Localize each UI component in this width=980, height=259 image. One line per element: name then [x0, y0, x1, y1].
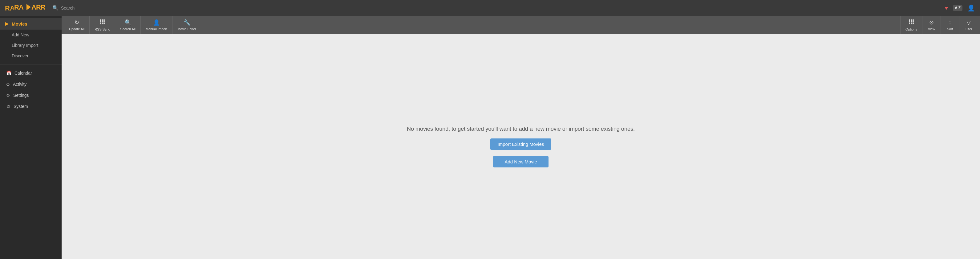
svg-rect-10	[100, 23, 101, 24]
manual-import-label: Manual Import	[146, 27, 167, 31]
svg-rect-14	[911, 19, 912, 21]
sidebar-divider-1	[0, 64, 62, 64]
movie-editor-label: Movie Editor	[177, 27, 196, 31]
options-label: Options	[905, 27, 917, 31]
svg-rect-17	[911, 21, 912, 22]
svg-text:RA: RA	[14, 3, 24, 11]
svg-rect-13	[909, 19, 910, 21]
sidebar-item-system[interactable]: 🖥 System	[0, 101, 62, 112]
sort-button[interactable]: ↕ Sort	[940, 16, 959, 34]
empty-message: No movies found, to get started you'll w…	[407, 126, 635, 132]
content-body: No movies found, to get started you'll w…	[62, 34, 980, 259]
svg-text:RA: RA	[5, 4, 14, 12]
sidebar-item-add-new[interactable]: Add New	[0, 30, 62, 40]
svg-rect-21	[913, 23, 914, 24]
update-all-label: Update All	[69, 27, 84, 31]
sort-label: Sort	[947, 27, 953, 31]
svg-rect-16	[909, 21, 910, 22]
filter-label: Filter	[965, 27, 972, 31]
sidebar-discover-label: Discover	[12, 53, 28, 58]
search-icon: 🔍	[52, 5, 59, 11]
manual-import-button[interactable]: 👤 Manual Import	[141, 16, 172, 34]
svg-rect-12	[103, 23, 105, 24]
sidebar-item-library-import[interactable]: Library Import	[0, 40, 62, 51]
sidebar: ▶ Movies Add New Library Import Discover…	[0, 16, 62, 259]
update-all-icon: ↻	[75, 19, 79, 26]
view-icon: ⊙	[929, 19, 934, 26]
calendar-icon: 📅	[6, 70, 11, 75]
settings-icon: ⚙	[6, 93, 10, 98]
svg-rect-5	[102, 19, 103, 21]
main-layout: ▶ Movies Add New Library Import Discover…	[0, 16, 980, 259]
logo-text: RA ARR	[14, 2, 45, 14]
search-input[interactable]	[61, 6, 110, 11]
movie-editor-button[interactable]: 🔧 Movie Editor	[172, 16, 201, 34]
sidebar-settings-label: Settings	[13, 93, 29, 98]
sidebar-item-settings[interactable]: ⚙ Settings	[0, 90, 62, 101]
sidebar-system-label: System	[14, 104, 28, 109]
logo[interactable]: RA RA ARR	[5, 2, 45, 14]
sidebar-calendar-label: Calendar	[14, 70, 32, 75]
sort-icon: ↕	[948, 19, 951, 26]
search-all-button[interactable]: 🔍 Search All	[115, 16, 141, 34]
content-area: No movies found, to get started you'll w…	[62, 34, 980, 259]
navbar-right: ♥ A Z 👤	[945, 4, 975, 12]
search-bar[interactable]: 🔍	[50, 4, 113, 12]
update-all-button[interactable]: ↻ Update All	[64, 16, 90, 34]
logo-icon: RA	[5, 4, 14, 12]
svg-rect-18	[913, 21, 914, 22]
system-icon: 🖥	[6, 104, 11, 109]
svg-rect-20	[911, 23, 912, 24]
options-icon	[908, 19, 914, 26]
sidebar-item-discover[interactable]: Discover	[0, 51, 62, 61]
sidebar-item-movies[interactable]: ▶ Movies	[0, 18, 62, 30]
sidebar-add-new-label: Add New	[12, 32, 29, 37]
svg-rect-4	[100, 19, 101, 21]
svg-marker-2	[27, 4, 31, 10]
sidebar-item-activity[interactable]: ⊙ Activity	[0, 78, 62, 90]
manual-import-icon: 👤	[153, 19, 160, 26]
navbar: RA RA ARR 🔍 ♥ A Z 👤	[0, 0, 980, 16]
movies-section: ▶ Movies Add New Library Import Discover	[0, 16, 62, 63]
toolbar-right: Options ⊙ View ↕ Sort ▽ Filter	[900, 16, 978, 34]
rss-sync-button[interactable]: RSS Sync	[90, 16, 115, 34]
rss-sync-icon	[99, 19, 105, 26]
view-label: View	[928, 27, 935, 31]
svg-text:ARR: ARR	[32, 3, 45, 11]
sidebar-movies-label: Movies	[12, 21, 27, 27]
play-icon: ▶	[5, 21, 9, 27]
sidebar-library-import-label: Library Import	[12, 43, 38, 48]
search-all-label: Search All	[120, 27, 135, 31]
sidebar-item-calendar[interactable]: 📅 Calendar	[0, 67, 62, 78]
view-button[interactable]: ⊙ View	[922, 16, 940, 34]
toolbar: ↻ Update All	[62, 16, 980, 34]
options-button[interactable]: Options	[900, 16, 922, 34]
user-icon: 👤	[967, 4, 975, 12]
movie-editor-icon: 🔧	[183, 19, 190, 26]
svg-rect-9	[103, 21, 105, 22]
import-existing-movies-button[interactable]: Import Existing Movies	[490, 138, 552, 150]
activity-icon: ⊙	[6, 82, 10, 86]
add-new-movie-button[interactable]: Add New Movie	[493, 156, 549, 168]
svg-rect-15	[913, 19, 914, 21]
rss-sync-label: RSS Sync	[95, 27, 110, 31]
svg-rect-11	[102, 23, 103, 24]
svg-rect-19	[909, 23, 910, 24]
heart-icon: ♥	[945, 5, 948, 11]
svg-rect-8	[102, 21, 103, 22]
filter-icon: ▽	[966, 19, 971, 26]
search-all-icon: 🔍	[124, 19, 131, 26]
svg-rect-7	[100, 21, 101, 22]
filter-button[interactable]: ▽ Filter	[959, 16, 978, 34]
az-badge: A Z	[953, 5, 963, 11]
svg-rect-6	[103, 19, 105, 21]
sidebar-activity-label: Activity	[13, 82, 27, 86]
sidebar-main-section: 📅 Calendar ⊙ Activity ⚙ Settings 🖥 Syste…	[0, 66, 62, 114]
